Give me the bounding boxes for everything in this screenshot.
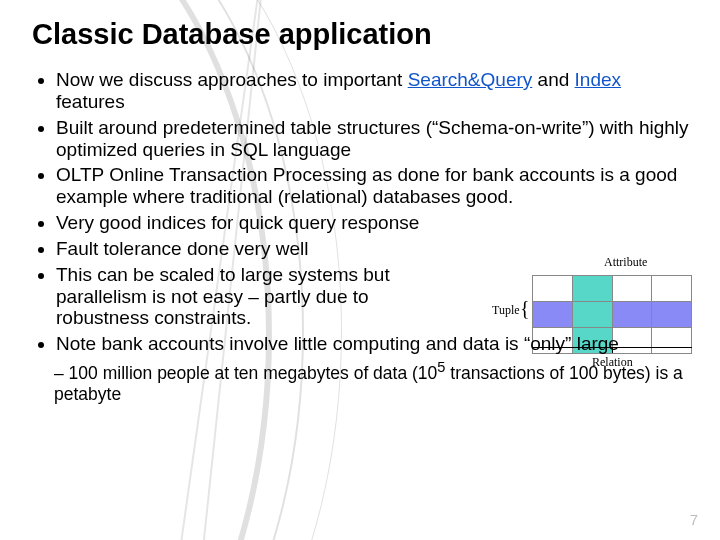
bullet-6: This can be scaled to large systems but … [56, 264, 692, 330]
bullet-7: Note bank accounts involve little comput… [56, 333, 692, 355]
page-number: 7 [690, 511, 698, 528]
bullet-1-text-c: features [56, 91, 125, 112]
bullet-5: Fault tolerance done very well [56, 238, 692, 260]
sub-bullet-1a: 100 million people at ten megabytes of d… [69, 363, 438, 383]
page-title: Classic Database application [32, 18, 692, 51]
bullet-4: Very good indices for quick query respon… [56, 212, 692, 234]
bullet-list: Now we discuss approaches to important S… [28, 69, 692, 355]
index-link[interactable]: Index [575, 69, 621, 90]
slide: Classic Database application Now we disc… [0, 0, 720, 540]
bullet-6-text: This can be scaled to large systems but … [56, 264, 436, 330]
slide-content: Classic Database application Now we disc… [28, 18, 692, 405]
sub-bullet-1: 100 million people at ten megabytes of d… [54, 359, 692, 405]
search-query-link[interactable]: Search&Query [408, 69, 533, 90]
bullet-1-text-b: and [532, 69, 574, 90]
bullet-1: Now we discuss approaches to important S… [56, 69, 692, 113]
sub-bullet-list: 100 million people at ten megabytes of d… [54, 359, 692, 405]
bullet-1-text-a: Now we discuss approaches to important [56, 69, 408, 90]
bullet-3: OLTP Online Transaction Processing as do… [56, 164, 692, 208]
bullet-2: Built around predetermined table structu… [56, 117, 692, 161]
